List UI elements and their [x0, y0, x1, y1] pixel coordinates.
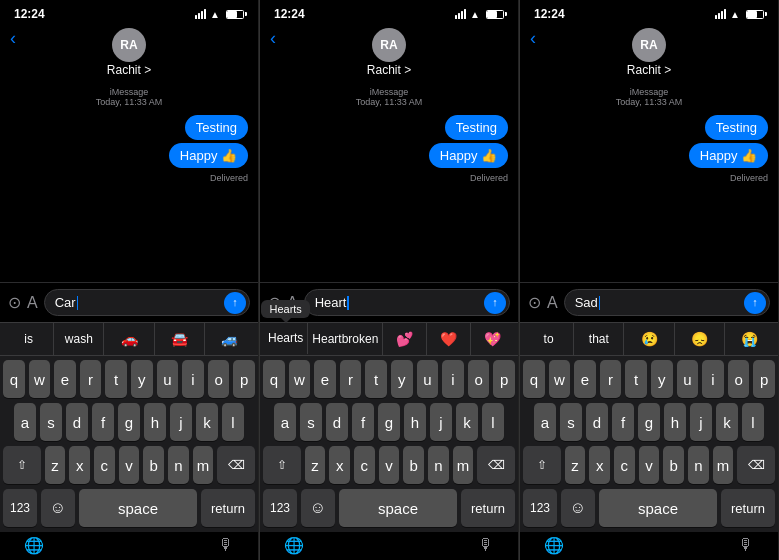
- key-y[interactable]: y: [391, 360, 413, 398]
- key-z[interactable]: z: [565, 446, 586, 484]
- key-j[interactable]: j: [170, 403, 192, 441]
- autocomplete-item-1[interactable]: Heartbroken: [308, 323, 383, 355]
- key-i[interactable]: i: [442, 360, 464, 398]
- mic-icon[interactable]: 🎙: [218, 536, 234, 554]
- key-f[interactable]: f: [612, 403, 634, 441]
- key-p[interactable]: p: [753, 360, 775, 398]
- space-key[interactable]: space: [339, 489, 457, 527]
- key-g[interactable]: g: [118, 403, 140, 441]
- key-h[interactable]: h: [144, 403, 166, 441]
- key-q[interactable]: q: [3, 360, 25, 398]
- key-k[interactable]: k: [196, 403, 218, 441]
- key-l[interactable]: l: [222, 403, 244, 441]
- delete-key[interactable]: ⌫: [217, 446, 255, 484]
- globe-icon[interactable]: 🌐: [284, 536, 304, 555]
- key-e[interactable]: e: [314, 360, 336, 398]
- key-t[interactable]: t: [625, 360, 647, 398]
- key-y[interactable]: y: [131, 360, 153, 398]
- globe-icon[interactable]: 🌐: [544, 536, 564, 555]
- key-x[interactable]: x: [69, 446, 90, 484]
- key-j[interactable]: j: [430, 403, 452, 441]
- key-n[interactable]: n: [168, 446, 189, 484]
- key-o[interactable]: o: [468, 360, 490, 398]
- globe-icon[interactable]: 🌐: [24, 536, 44, 555]
- key-d[interactable]: d: [66, 403, 88, 441]
- autocomplete-item-0[interactable]: Hearts Hearts: [264, 322, 308, 354]
- autocomplete-item-1[interactable]: that: [574, 323, 624, 355]
- shift-key[interactable]: ⇧: [263, 446, 301, 484]
- key-k[interactable]: k: [456, 403, 478, 441]
- space-key[interactable]: space: [599, 489, 717, 527]
- key-k[interactable]: k: [716, 403, 738, 441]
- delete-key[interactable]: ⌫: [737, 446, 775, 484]
- key-a[interactable]: a: [534, 403, 556, 441]
- num-key[interactable]: 123: [523, 489, 557, 527]
- key-a[interactable]: a: [14, 403, 36, 441]
- shift-key[interactable]: ⇧: [523, 446, 561, 484]
- key-s[interactable]: s: [300, 403, 322, 441]
- key-o[interactable]: o: [728, 360, 750, 398]
- key-s[interactable]: s: [560, 403, 582, 441]
- key-b[interactable]: b: [663, 446, 684, 484]
- key-v[interactable]: v: [119, 446, 140, 484]
- return-key[interactable]: return: [201, 489, 255, 527]
- key-i[interactable]: i: [702, 360, 724, 398]
- autocomplete-item-3[interactable]: 😞: [675, 323, 725, 355]
- autocomplete-item-4[interactable]: 😭: [725, 323, 774, 355]
- key-b[interactable]: b: [143, 446, 164, 484]
- return-key[interactable]: return: [461, 489, 515, 527]
- key-u[interactable]: u: [677, 360, 699, 398]
- key-u[interactable]: u: [157, 360, 179, 398]
- send-button[interactable]: ↑: [224, 292, 246, 314]
- key-n[interactable]: n: [428, 446, 449, 484]
- key-r[interactable]: r: [600, 360, 622, 398]
- autocomplete-item-2[interactable]: 😢: [624, 323, 674, 355]
- emoji-key[interactable]: ☺: [41, 489, 75, 527]
- contact-name[interactable]: Rachit >: [107, 63, 151, 77]
- key-a[interactable]: a: [274, 403, 296, 441]
- send-button[interactable]: ↑: [484, 292, 506, 314]
- autocomplete-item-4[interactable]: 🚙: [205, 323, 254, 355]
- key-r[interactable]: r: [340, 360, 362, 398]
- key-m[interactable]: m: [453, 446, 474, 484]
- key-f[interactable]: f: [352, 403, 374, 441]
- key-i[interactable]: i: [182, 360, 204, 398]
- key-p[interactable]: p: [233, 360, 255, 398]
- contact-name[interactable]: Rachit >: [627, 63, 671, 77]
- autocomplete-item-1[interactable]: wash: [54, 323, 104, 355]
- back-button[interactable]: ‹: [270, 28, 276, 49]
- key-n[interactable]: n: [688, 446, 709, 484]
- autocomplete-item-4[interactable]: 💖: [471, 323, 514, 355]
- key-z[interactable]: z: [305, 446, 326, 484]
- back-button[interactable]: ‹: [10, 28, 16, 49]
- key-u[interactable]: u: [417, 360, 439, 398]
- key-t[interactable]: t: [105, 360, 127, 398]
- contact-name[interactable]: Rachit >: [367, 63, 411, 77]
- key-c[interactable]: c: [354, 446, 375, 484]
- key-x[interactable]: x: [589, 446, 610, 484]
- num-key[interactable]: 123: [263, 489, 297, 527]
- key-m[interactable]: m: [193, 446, 214, 484]
- key-w[interactable]: w: [289, 360, 311, 398]
- key-b[interactable]: b: [403, 446, 424, 484]
- key-v[interactable]: v: [639, 446, 660, 484]
- appstore-icon[interactable]: A: [27, 294, 38, 312]
- autocomplete-item-3[interactable]: 🚘: [155, 323, 205, 355]
- key-q[interactable]: q: [523, 360, 545, 398]
- camera-icon[interactable]: ⊙: [528, 293, 541, 312]
- key-r[interactable]: r: [80, 360, 102, 398]
- appstore-icon[interactable]: A: [547, 294, 558, 312]
- mic-icon[interactable]: 🎙: [478, 536, 494, 554]
- key-d[interactable]: d: [586, 403, 608, 441]
- send-button[interactable]: ↑: [744, 292, 766, 314]
- key-h[interactable]: h: [664, 403, 686, 441]
- shift-key[interactable]: ⇧: [3, 446, 41, 484]
- emoji-key[interactable]: ☺: [561, 489, 595, 527]
- key-x[interactable]: x: [329, 446, 350, 484]
- back-button[interactable]: ‹: [530, 28, 536, 49]
- key-l[interactable]: l: [742, 403, 764, 441]
- key-v[interactable]: v: [379, 446, 400, 484]
- autocomplete-item-0[interactable]: to: [524, 323, 574, 355]
- delete-key[interactable]: ⌫: [477, 446, 515, 484]
- key-w[interactable]: w: [29, 360, 51, 398]
